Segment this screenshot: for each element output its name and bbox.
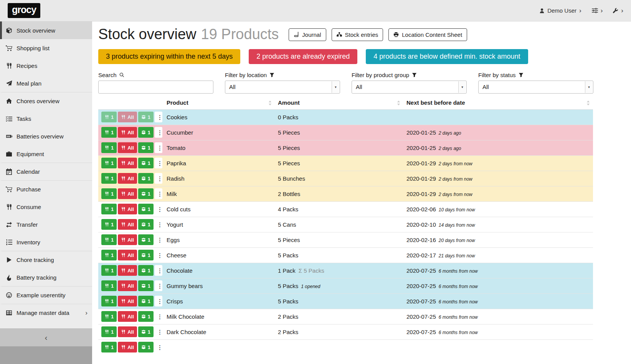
row-menu-button[interactable]: ⋮ [155, 265, 162, 276]
product-group-filter[interactable]: All ▾ [352, 81, 467, 94]
row-menu-button[interactable]: ⋮ [155, 158, 162, 168]
sidebar-item-recipes[interactable]: Recipes › [0, 57, 92, 74]
sidebar-item-tasks[interactable]: Tasks › [0, 110, 92, 127]
consume-all-button[interactable]: All [118, 250, 137, 260]
sidebar-item-calendar[interactable]: Calendar › [0, 163, 92, 180]
consume-one-button[interactable]: 1 [101, 342, 117, 352]
open-one-button[interactable]: 1 [138, 204, 154, 214]
open-one-button[interactable]: 1 [138, 280, 154, 291]
column-header-best-before-date[interactable]: Next best before date [403, 97, 593, 110]
consume-one-button[interactable]: 1 [101, 173, 117, 184]
open-one-button[interactable]: 1 [138, 219, 154, 230]
table-row[interactable]: 1 All 1 ⋮ Chocolate 1 PackΣ 5 [98, 263, 593, 278]
stock-entries-button[interactable]: Stock entries [332, 28, 383, 41]
consume-all-button[interactable]: All [118, 219, 137, 230]
expired-alert[interactable]: 2 products are already expired [249, 49, 357, 64]
open-one-button[interactable]: 1 [138, 296, 154, 306]
table-row[interactable]: 1 All 1 ⋮ Milk Chocolate 2 Pac [98, 309, 593, 324]
open-one-button[interactable]: 1 [138, 158, 154, 168]
consume-one-button[interactable]: 1 [101, 158, 117, 168]
consume-one-button[interactable]: 1 [101, 127, 117, 138]
row-menu-button[interactable]: ⋮ [155, 234, 162, 245]
consume-all-button[interactable]: All [118, 234, 137, 245]
consume-one-button[interactable]: 1 [101, 219, 117, 230]
consume-one-button[interactable]: 1 [101, 188, 117, 199]
open-one-button[interactable]: 1 [138, 173, 154, 184]
consume-all-button[interactable]: All [118, 296, 137, 306]
consume-one-button[interactable]: 1 [101, 112, 117, 122]
table-row[interactable]: 1 All 1 ⋮ [98, 339, 593, 355]
row-menu-button[interactable]: ⋮ [155, 188, 162, 199]
row-menu-button[interactable]: ⋮ [155, 250, 162, 260]
column-header-product[interactable]: Product [164, 97, 275, 110]
open-one-button[interactable]: 1 [138, 250, 154, 260]
consume-all-button[interactable]: All [118, 311, 137, 322]
user-menu-button[interactable]: Demo User › [539, 7, 581, 14]
table-row[interactable]: 1 All 1 ⋮ Cucumber 5 Pieces [98, 125, 593, 140]
sidebar-item-shopping-list[interactable]: Shopping list › [0, 39, 92, 57]
grocy-logo[interactable]: grocy [8, 3, 40, 18]
row-menu-button[interactable]: ⋮ [155, 326, 162, 337]
consume-one-button[interactable]: 1 [101, 326, 117, 337]
search-input[interactable] [98, 81, 213, 94]
consume-one-button[interactable]: 1 [101, 280, 117, 291]
sidebar-collapse-button[interactable]: ‹ [0, 328, 92, 346]
open-one-button[interactable]: 1 [138, 234, 154, 245]
consume-all-button[interactable]: All [118, 142, 137, 153]
table-row[interactable]: 1 All 1 ⋮ Tomato 5 Pieces [98, 140, 593, 155]
consume-one-button[interactable]: 1 [101, 142, 117, 153]
status-filter[interactable]: All ▾ [478, 81, 593, 94]
consume-all-button[interactable]: All [118, 280, 137, 291]
table-row[interactable]: 1 All 1 ⋮ Milk 2 Bottles [98, 186, 593, 201]
consume-all-button[interactable]: All [118, 158, 137, 168]
below-min-stock-alert[interactable]: 4 products are below defined min. stock … [366, 49, 528, 64]
location-filter[interactable]: All ▾ [225, 81, 340, 94]
sidebar-item-chore-tracking[interactable]: Chore tracking › [0, 251, 92, 268]
sidebar-item-purchase[interactable]: Purchase › [0, 180, 92, 198]
sidebar-item-stock-overview[interactable]: Stock overview › [0, 21, 92, 39]
sidebar-item-consume[interactable]: Consume › [0, 198, 92, 216]
consume-one-button[interactable]: 1 [101, 234, 117, 245]
row-menu-button[interactable]: ⋮ [155, 219, 162, 230]
table-row[interactable]: 1 All 1 ⋮ Dark Chocolate 2 Pac [98, 324, 593, 339]
row-menu-button[interactable]: ⋮ [155, 173, 162, 184]
row-menu-button[interactable]: ⋮ [155, 296, 162, 306]
sidebar-item-example-userentity[interactable]: Example userentity › [0, 286, 92, 304]
table-row[interactable]: 1 All 1 ⋮ Paprika 5 Pieces [98, 155, 593, 171]
row-menu-button[interactable]: ⋮ [155, 342, 162, 352]
open-one-button[interactable]: 1 [138, 342, 154, 352]
journal-button[interactable]: Journal [289, 28, 326, 41]
open-one-button[interactable]: 1 [138, 326, 154, 337]
open-one-button[interactable]: 1 [138, 265, 154, 276]
sidebar-item-meal-plan[interactable]: Meal plan › [0, 74, 92, 92]
table-row[interactable]: 1 All 1 ⋮ Radish 5 Bunches [98, 171, 593, 186]
table-row[interactable]: 1 All 1 ⋮ Cold cuts 4 Packs [98, 201, 593, 217]
open-one-button[interactable]: 1 [138, 311, 154, 322]
consume-one-button[interactable]: 1 [101, 296, 117, 306]
sidebar-item-equipment[interactable]: Equipment › [0, 145, 92, 163]
table-row[interactable]: 1 All 1 ⋮ Eggs 5 Pieces [98, 232, 593, 247]
sidebar-item-battery-tracking[interactable]: Battery tracking › [0, 268, 92, 286]
open-one-button[interactable]: 1 [138, 112, 154, 122]
consume-all-button[interactable]: All [118, 127, 137, 138]
location-content-sheet-button[interactable]: Location Content Sheet [388, 28, 467, 41]
sidebar-item-chores-overview[interactable]: Chores overview › [0, 92, 92, 110]
sidebar-item-inventory[interactable]: Inventory › [0, 233, 92, 251]
consume-all-button[interactable]: All [118, 265, 137, 276]
row-menu-button[interactable]: ⋮ [155, 280, 162, 291]
open-one-button[interactable]: 1 [138, 188, 154, 199]
table-row[interactable]: 1 All 1 ⋮ Yogurt 5 Cans [98, 217, 593, 232]
open-one-button[interactable]: 1 [138, 142, 154, 153]
consume-all-button[interactable]: All [118, 326, 137, 337]
consume-one-button[interactable]: 1 [101, 204, 117, 214]
expiring-alert[interactable]: 3 products expiring within the next 5 da… [98, 49, 240, 64]
sidebar-item-manage-master-data[interactable]: Manage master data › [0, 304, 92, 321]
sidebar-item-batteries-overview[interactable]: Batteries overview › [0, 127, 92, 145]
row-menu-button[interactable]: ⋮ [155, 142, 162, 153]
table-row[interactable]: 1 All 1 ⋮ Gummy bears 5 Packs1 [98, 278, 593, 293]
row-menu-button[interactable]: ⋮ [155, 311, 162, 322]
open-one-button[interactable]: 1 [138, 127, 154, 138]
column-header-amount[interactable]: Amount [275, 97, 403, 110]
table-row[interactable]: 1 All 1 ⋮ Cookies 0 Packs [98, 109, 593, 125]
table-row[interactable]: 1 All 1 ⋮ Cheese 5 Packs [98, 247, 593, 263]
